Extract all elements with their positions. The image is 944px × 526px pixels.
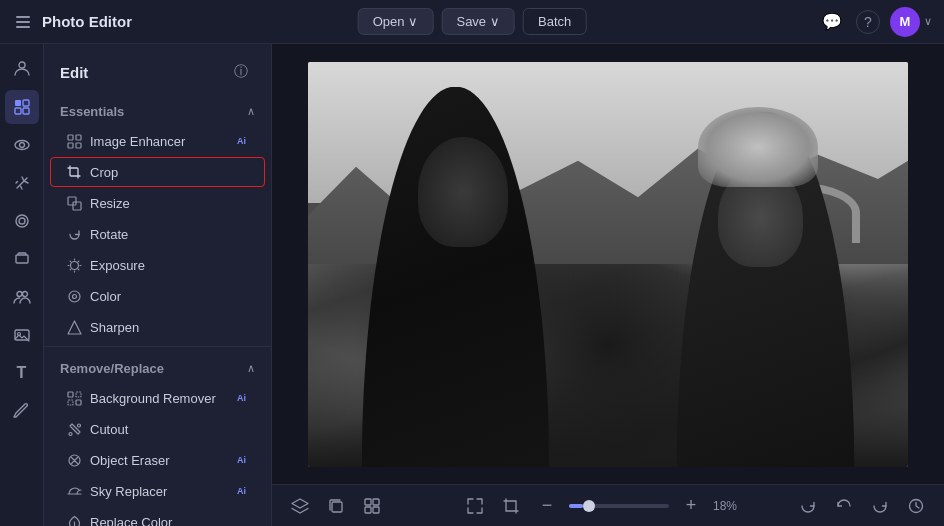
object-eraser-label: Object Eraser bbox=[90, 453, 226, 468]
sidebar-icon-people[interactable] bbox=[5, 52, 39, 86]
panel-header: Edit ⓘ bbox=[44, 44, 271, 94]
image-enhancer-icon bbox=[66, 133, 82, 149]
svg-rect-32 bbox=[373, 499, 379, 505]
svg-point-10 bbox=[17, 292, 22, 297]
sidebar-icon-image[interactable] bbox=[5, 318, 39, 352]
remove-title: Remove/Replace bbox=[60, 361, 164, 376]
grid-icon-button[interactable] bbox=[358, 492, 386, 520]
sky-replacer-icon bbox=[66, 483, 82, 499]
topbar-right: 💬 ? M ∨ bbox=[818, 7, 932, 37]
bottom-bar: − + 18% bbox=[272, 484, 944, 526]
menu-item-rotate[interactable]: Rotate bbox=[50, 219, 265, 249]
avatar-button[interactable]: M ∨ bbox=[890, 7, 932, 37]
svg-point-6 bbox=[19, 143, 24, 148]
icon-sidebar: T bbox=[0, 44, 44, 526]
zoom-thumb bbox=[583, 500, 595, 512]
zoom-out-button[interactable]: − bbox=[533, 492, 561, 520]
crop-fit-button[interactable] bbox=[497, 492, 525, 520]
svg-rect-9 bbox=[16, 255, 28, 263]
ai-badge-sky: Ai bbox=[234, 485, 249, 497]
crop-label: Crop bbox=[90, 165, 249, 180]
sharpen-label: Sharpen bbox=[90, 320, 249, 335]
svg-point-21 bbox=[69, 291, 80, 302]
menu-item-resize[interactable]: Resize bbox=[50, 188, 265, 218]
ai-badge-enhancer: Ai bbox=[234, 135, 249, 147]
menu-item-exposure[interactable]: Exposure bbox=[50, 250, 265, 280]
svg-rect-34 bbox=[373, 507, 379, 513]
zoom-slider[interactable] bbox=[569, 504, 669, 508]
svg-rect-24 bbox=[76, 392, 81, 397]
svg-point-28 bbox=[77, 424, 80, 427]
remove-section-header[interactable]: Remove/Replace ∧ bbox=[44, 351, 271, 382]
sidebar-icon-users[interactable] bbox=[5, 280, 39, 314]
svg-rect-14 bbox=[68, 135, 73, 140]
exposure-label: Exposure bbox=[90, 258, 249, 273]
save-button[interactable]: Save ∨ bbox=[441, 8, 515, 35]
help-icon[interactable]: ? bbox=[856, 10, 880, 34]
app-title: Photo Editor bbox=[42, 13, 132, 30]
remove-chevron-icon: ∧ bbox=[247, 362, 255, 375]
chat-icon[interactable]: 💬 bbox=[818, 8, 846, 36]
cutout-label: Cutout bbox=[90, 422, 249, 437]
sidebar-icon-draw[interactable] bbox=[5, 394, 39, 428]
topbar: Photo Editor Open ∨ Save ∨ Batch 💬 ? M ∨ bbox=[0, 0, 944, 44]
svg-rect-25 bbox=[68, 400, 73, 405]
bottom-right bbox=[794, 492, 930, 520]
zoom-in-button[interactable]: + bbox=[677, 492, 705, 520]
chevron-down-icon: ∨ bbox=[408, 14, 418, 29]
photo-canvas bbox=[308, 62, 908, 467]
resize-label: Resize bbox=[90, 196, 249, 211]
sidebar-icon-layers[interactable] bbox=[5, 242, 39, 276]
bottom-left bbox=[286, 492, 386, 520]
menu-item-sky-replacer[interactable]: Sky Replacer Ai bbox=[50, 476, 265, 506]
svg-point-7 bbox=[16, 215, 28, 227]
svg-rect-15 bbox=[76, 135, 81, 140]
svg-point-8 bbox=[19, 218, 25, 224]
undo-button[interactable] bbox=[830, 492, 858, 520]
avatar-chevron-icon: ∨ bbox=[924, 15, 932, 28]
menu-item-bg-remover[interactable]: Background Remover Ai bbox=[50, 383, 265, 413]
fit-button[interactable] bbox=[461, 492, 489, 520]
menu-item-crop[interactable]: Crop bbox=[50, 157, 265, 187]
sidebar-icon-eye[interactable] bbox=[5, 128, 39, 162]
panel-info-icon[interactable]: ⓘ bbox=[227, 58, 255, 86]
essentials-chevron-icon: ∧ bbox=[247, 105, 255, 118]
menu-item-color[interactable]: Color bbox=[50, 281, 265, 311]
svg-rect-33 bbox=[365, 507, 371, 513]
main-layout: T Edit ⓘ Essentials ∧ Image Enhancer Ai bbox=[0, 44, 944, 526]
menu-item-sharpen[interactable]: Sharpen bbox=[50, 312, 265, 342]
ai-badge-eraser: Ai bbox=[234, 454, 249, 466]
canvas-content[interactable] bbox=[272, 44, 944, 484]
menu-item-image-enhancer[interactable]: Image Enhancer Ai bbox=[50, 126, 265, 156]
menu-item-cutout[interactable]: Cutout bbox=[50, 414, 265, 444]
essentials-section-header[interactable]: Essentials ∧ bbox=[44, 94, 271, 125]
history-button[interactable] bbox=[902, 492, 930, 520]
cutout-icon bbox=[66, 421, 82, 437]
layers-icon-button[interactable] bbox=[286, 492, 314, 520]
open-button[interactable]: Open ∨ bbox=[358, 8, 434, 35]
svg-rect-26 bbox=[76, 400, 81, 405]
svg-rect-18 bbox=[68, 197, 76, 205]
object-eraser-icon bbox=[66, 452, 82, 468]
menu-item-object-eraser[interactable]: Object Eraser Ai bbox=[50, 445, 265, 475]
bottom-center: − + 18% bbox=[461, 492, 743, 520]
menu-icon[interactable] bbox=[12, 12, 34, 32]
svg-rect-19 bbox=[73, 202, 81, 210]
essentials-title: Essentials bbox=[60, 104, 124, 119]
sidebar-icon-edit[interactable] bbox=[5, 90, 39, 124]
ai-badge-bg-remover: Ai bbox=[234, 392, 249, 404]
image-enhancer-label: Image Enhancer bbox=[90, 134, 226, 149]
zoom-fill bbox=[569, 504, 583, 508]
svg-rect-1 bbox=[15, 100, 21, 106]
resize-icon bbox=[66, 195, 82, 211]
menu-item-replace-color[interactable]: Replace Color bbox=[50, 507, 265, 526]
sidebar-icon-effects[interactable] bbox=[5, 204, 39, 238]
rotate-right-button[interactable] bbox=[794, 492, 822, 520]
section-divider bbox=[44, 346, 271, 347]
edit-panel: Edit ⓘ Essentials ∧ Image Enhancer Ai Cr… bbox=[44, 44, 272, 526]
duplicate-icon-button[interactable] bbox=[322, 492, 350, 520]
batch-button[interactable]: Batch bbox=[523, 8, 586, 35]
sidebar-icon-magic[interactable] bbox=[5, 166, 39, 200]
sidebar-icon-text[interactable]: T bbox=[5, 356, 39, 390]
redo-button[interactable] bbox=[866, 492, 894, 520]
